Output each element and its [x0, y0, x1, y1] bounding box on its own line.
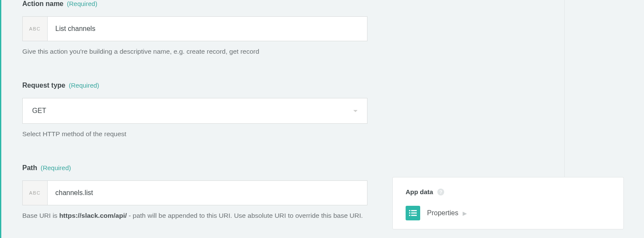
- svg-rect-1: [411, 210, 417, 211]
- field-path: Path (Required) ABC Base URI is https://…: [22, 164, 367, 221]
- request-type-select[interactable]: GET: [22, 98, 367, 124]
- field-request-type: Request type (Required) GET Select HTTP …: [22, 82, 367, 139]
- request-type-label: Request type: [22, 82, 65, 89]
- abc-icon: ABC: [22, 180, 47, 205]
- svg-rect-5: [411, 215, 417, 216]
- app-data-panel: App data ? Properties ▶: [392, 177, 624, 229]
- request-type-help: Select HTTP method of the request: [22, 129, 367, 139]
- svg-rect-0: [409, 210, 410, 211]
- app-data-title: App data: [406, 188, 433, 195]
- required-tag: (Required): [41, 164, 71, 171]
- action-name-help: Give this action you're building a descr…: [22, 46, 367, 57]
- properties-item[interactable]: Properties ▶: [406, 206, 611, 220]
- help-icon[interactable]: ?: [437, 189, 444, 195]
- chevron-down-icon: [353, 110, 358, 112]
- list-icon: [406, 206, 420, 220]
- request-type-value: GET: [32, 107, 353, 115]
- field-action-name: Action name (Required) ABC Give this act…: [22, 0, 367, 57]
- path-label: Path: [22, 164, 37, 172]
- abc-icon: ABC: [22, 16, 47, 41]
- properties-label: Properties: [427, 209, 458, 217]
- action-name-input[interactable]: [47, 16, 367, 41]
- path-input[interactable]: [47, 180, 367, 205]
- required-tag: (Required): [69, 82, 99, 89]
- action-name-label: Action name: [22, 0, 63, 8]
- path-help: Base URI is https://slack.com/api/ - pat…: [22, 211, 367, 221]
- svg-rect-2: [409, 213, 410, 214]
- svg-rect-3: [411, 213, 417, 214]
- svg-rect-4: [409, 215, 410, 216]
- chevron-right-icon: ▶: [463, 210, 467, 217]
- required-tag: (Required): [67, 0, 97, 7]
